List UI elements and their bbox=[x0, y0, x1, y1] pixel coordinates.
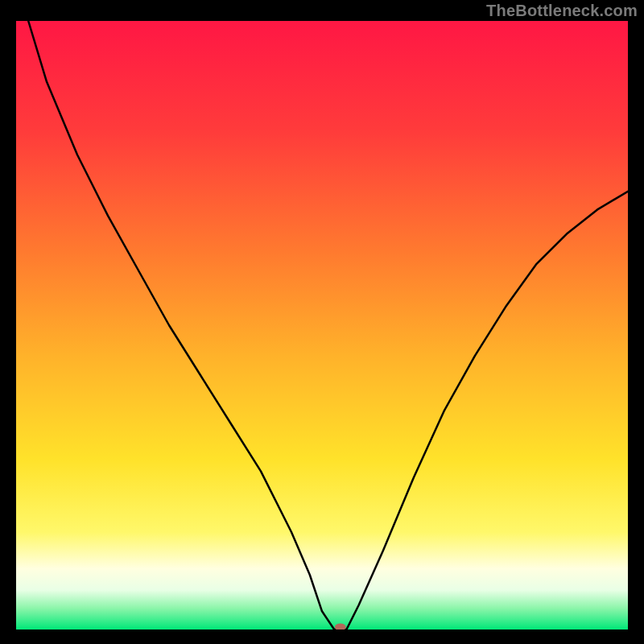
chart-frame: TheBottleneck.com bbox=[0, 0, 644, 644]
plot-svg bbox=[16, 21, 628, 630]
plot-canvas bbox=[16, 21, 628, 630]
watermark-text: TheBottleneck.com bbox=[486, 2, 638, 20]
gradient-bg bbox=[16, 21, 628, 630]
plot-area bbox=[16, 21, 628, 630]
